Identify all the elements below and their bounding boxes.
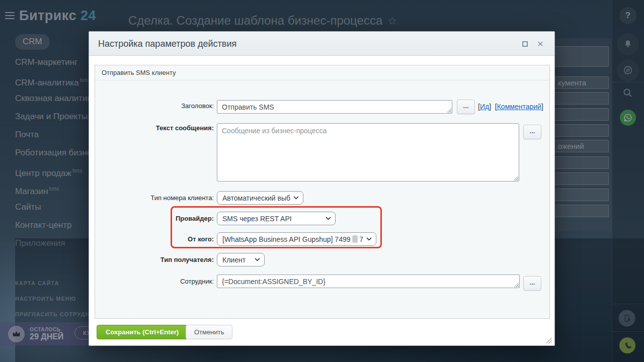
chevron-down-icon: [293, 196, 299, 200]
chevron-down-icon: [326, 217, 331, 220]
number-type-select[interactable]: Автоматический выбор: [217, 191, 303, 205]
maximize-icon[interactable]: [522, 41, 528, 47]
resize-grip-icon[interactable]: [514, 283, 519, 287]
title-links: [Ид] [Комментарий]: [478, 103, 543, 111]
recipient-type-select[interactable]: Клиент: [217, 253, 265, 266]
recipient-type-label: Тип получателя:: [98, 256, 214, 263]
resize-grip-icon[interactable]: [447, 108, 451, 113]
chevron-down-icon: [255, 258, 260, 261]
employee-more-button[interactable]: ...: [523, 276, 541, 291]
employee-input[interactable]: [217, 275, 520, 288]
comment-link[interactable]: Комментарий: [497, 103, 541, 111]
message-label: Текст сообщения:: [98, 124, 214, 132]
provider-select[interactable]: SMS через REST API: [217, 212, 336, 225]
from-label: От кого:: [98, 235, 214, 243]
activity-form: Отправить SMS клиенту Заголовок: ... [Ид…: [95, 65, 550, 319]
id-link[interactable]: Ид: [480, 103, 489, 111]
title-more-button[interactable]: ...: [457, 100, 475, 114]
message-more-button[interactable]: ...: [523, 125, 541, 139]
close-icon[interactable]: ×: [537, 37, 543, 51]
employee-label: Сотрудник:: [98, 278, 214, 285]
resize-grip-icon[interactable]: [514, 176, 518, 180]
provider-label: Провайдер:: [98, 215, 214, 222]
dialog-header[interactable]: Настройка параметров действия ×: [89, 32, 554, 56]
redacted-phone-number: [352, 235, 358, 243]
message-textarea-wrap: Сообщение из бизнес-процесса: [217, 123, 519, 182]
title-label: Заголовок:: [98, 102, 214, 110]
employee-input-wrap: [217, 275, 520, 288]
action-settings-dialog: Настройка параметров действия × Отправит…: [89, 31, 555, 346]
dialog-title: Настройка параметров действия: [98, 32, 236, 56]
cancel-button[interactable]: Отменить: [186, 325, 232, 339]
number-type-label: Тип номера клиента:: [98, 194, 214, 202]
app-root: Битрикс 24 Сделка. Создание шаблона бизн…: [0, 0, 644, 362]
message-textarea[interactable]: Сообщение из бизнес-процесса: [217, 123, 519, 182]
from-select[interactable]: [WhatsApp Business API Gupshup] 74997: [217, 232, 376, 246]
save-button[interactable]: Сохранить (Ctrl+Enter): [97, 325, 188, 339]
title-input-wrap: [217, 100, 452, 114]
activity-title: Отправить SMS клиенту: [95, 65, 549, 80]
title-input[interactable]: [217, 100, 452, 114]
dialog-resize-grip-icon[interactable]: [546, 338, 552, 343]
chevron-down-icon: [366, 237, 372, 241]
